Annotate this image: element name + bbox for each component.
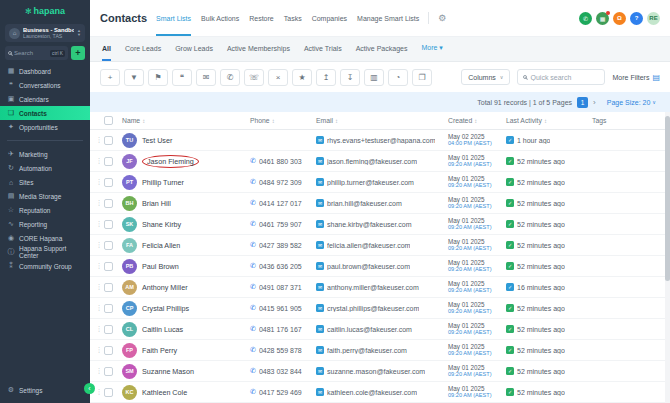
sidebar-item-reputation[interactable]: ☆Reputation [0, 203, 90, 217]
row-menu-icon[interactable]: ⋮ [94, 136, 104, 144]
row-checkbox[interactable] [104, 262, 113, 271]
contact-email[interactable]: ✉faith.perry@fakeuser.com [316, 346, 448, 354]
table-row[interactable]: ⋮BHBrian Hill✆0414 127 017✉brian.hill@fa… [90, 193, 670, 214]
subtab-active-trials[interactable]: Active Trials [304, 37, 342, 61]
business-apps-icon[interactable]: ▦ [596, 12, 609, 25]
row-checkbox[interactable] [104, 136, 113, 145]
subtab-all[interactable]: All [102, 37, 111, 61]
contact-name[interactable]: Brian Hill [142, 199, 171, 208]
contact-name[interactable]: Phillip Turner [142, 178, 184, 187]
contact-email[interactable]: ✉rhys.evans+testuser@hapana.com [316, 136, 448, 144]
subtab-grow-leads[interactable]: Grow Leads [175, 37, 213, 61]
contact-phone[interactable]: ✆0461 759 907 [250, 220, 316, 228]
row-checkbox[interactable] [104, 367, 113, 376]
contact-name[interactable]: Shane Kirby [142, 220, 181, 229]
add-button[interactable]: + [100, 69, 120, 86]
sort-icon[interactable]: ↕ [335, 118, 338, 124]
contact-email[interactable]: ✉felicia.allen@fakeuser.com [316, 241, 448, 249]
tab-restore[interactable]: Restore [249, 0, 274, 36]
sidebar-item-support-center[interactable]: ⓘHapana Support Center [0, 245, 90, 259]
contact-phone[interactable]: ✆0417 529 469 [250, 388, 316, 396]
sidebar-item-automation[interactable]: ↻Automation [0, 161, 90, 175]
tab-smart-lists[interactable]: Smart Lists [156, 0, 191, 36]
contact-phone[interactable]: ✆0481 176 167 [250, 325, 316, 333]
contact-email[interactable]: ✉suzanne.mason@fakeuser.com [316, 367, 448, 375]
row-checkbox[interactable] [104, 178, 113, 187]
row-menu-icon[interactable]: ⋮ [94, 262, 104, 270]
search-input[interactable] [14, 50, 48, 56]
sidebar-item-conversations[interactable]: ❝Conversations [0, 78, 90, 92]
call-icon[interactable]: ✆ [579, 12, 592, 25]
contact-name[interactable]: Kathleen Cole [142, 388, 187, 397]
contact-name[interactable]: Suzanne Mason [142, 367, 194, 376]
sidebar-item-core-hapana[interactable]: ◉CORE Hapana [0, 231, 90, 245]
contact-phone[interactable]: ✆0461 880 303 [250, 157, 316, 165]
table-row[interactable]: ⋮KCKathleen Cole✆0417 529 469✉kathleen.c… [90, 382, 670, 403]
download-button[interactable]: ↧ [340, 69, 360, 86]
business-selector[interactable]: ⌂ Business - Sandbox Launceston, TAS ▲ ▼ [5, 24, 85, 42]
contact-phone[interactable]: ✆0483 032 844 [250, 367, 316, 375]
column-header-last-activity[interactable]: Last Activity↕ [506, 117, 592, 124]
row-menu-icon[interactable]: ⋮ [94, 388, 104, 396]
row-menu-icon[interactable]: ⋮ [94, 346, 104, 354]
column-header-email[interactable]: Email↕ [316, 117, 448, 124]
page-number-active[interactable]: 1 [577, 97, 588, 108]
contact-name[interactable]: Anthony Miller [142, 283, 188, 292]
row-checkbox[interactable] [104, 157, 113, 166]
contact-email[interactable]: ✉crystal.phillips@fakeuser.com [316, 304, 448, 312]
contact-email[interactable]: ✉brian.hill@fakeuser.com [316, 199, 448, 207]
sidebar-item-opportunities[interactable]: ✦Opportunities [0, 120, 90, 134]
delete-button[interactable]: × [268, 69, 288, 86]
filter-button[interactable]: ▼ [124, 69, 144, 86]
contact-phone[interactable]: ✆0436 636 205 [250, 262, 316, 270]
contact-name[interactable]: Caitlin Lucas [142, 325, 183, 334]
subtab-core-leads[interactable]: Core Leads [125, 37, 161, 61]
table-row[interactable]: ⋮CLCaitlin Lucas✆0481 176 167✉caitlin.lu… [90, 319, 670, 340]
sort-icon[interactable]: ↕ [474, 118, 477, 124]
table-row[interactable]: ⋮PBPaul Brown✆0436 636 205✉paul.brown@fa… [90, 256, 670, 277]
row-checkbox[interactable] [104, 388, 113, 397]
row-menu-icon[interactable]: ⋮ [94, 367, 104, 375]
table-row[interactable]: ⋮SMSuzanne Mason✆0483 032 844✉suzanne.ma… [90, 361, 670, 382]
notifications-icon[interactable]: Ω [613, 12, 626, 25]
row-menu-icon[interactable]: ⋮ [94, 241, 104, 249]
contact-name[interactable]: Paul Brown [142, 262, 179, 271]
row-menu-icon[interactable]: ⋮ [94, 304, 104, 312]
subtab-active-packages[interactable]: Active Packages [356, 37, 408, 61]
email-button[interactable]: ✉ [196, 69, 216, 86]
row-checkbox[interactable] [104, 220, 113, 229]
whatsapp-button[interactable]: ◔ [388, 69, 408, 86]
columns-dropdown[interactable]: Columns ∨ [461, 69, 510, 85]
help-icon[interactable]: ? [630, 12, 643, 25]
tab-bulk-actions[interactable]: Bulk Actions [201, 0, 239, 36]
row-checkbox[interactable] [104, 199, 113, 208]
contact-name[interactable]: Test User [142, 136, 172, 145]
sidebar-item-settings[interactable]: ⚙ Settings [0, 383, 90, 397]
contact-phone[interactable]: ✆0427 389 582 [250, 241, 316, 249]
contact-email[interactable]: ✉kathleen.cole@fakeuser.com [316, 388, 448, 396]
page-size-selector[interactable]: Page Size: 20 ∨ [607, 99, 656, 106]
message-button[interactable]: ❝ [172, 69, 192, 86]
table-row[interactable]: ⋮FPFaith Perry✆0428 559 878✉faith.perry@… [90, 340, 670, 361]
table-row[interactable]: ⋮SKShane Kirby✆0461 759 907✉shane.kirby@… [90, 214, 670, 235]
column-header-created[interactable]: Created↕ [448, 117, 506, 124]
sort-icon[interactable]: ↕ [142, 118, 145, 124]
quick-add-button[interactable]: + [71, 46, 85, 60]
row-checkbox[interactable] [104, 241, 113, 250]
contact-email[interactable]: ✉shane.kirby@fakeuser.com [316, 220, 448, 228]
contact-email[interactable]: ✉anthony.miller@fakeuser.com [316, 283, 448, 291]
copy-button[interactable]: ❐ [412, 69, 432, 86]
subtab-active-memberships[interactable]: Active Memberships [227, 37, 290, 61]
sort-icon[interactable]: ↕ [272, 118, 275, 124]
quick-search-box[interactable] [517, 69, 605, 85]
sidebar-item-sites[interactable]: ⌂Sites [0, 175, 90, 189]
sidebar-item-marketing[interactable]: ✈Marketing [0, 147, 90, 161]
contact-phone[interactable]: ✆0484 972 309 [250, 178, 316, 186]
contact-email[interactable]: ✉jason.fleming@fakeuser.com [316, 157, 448, 165]
contact-email[interactable]: ✉phillip.turner@fakeuser.com [316, 178, 448, 186]
contact-email[interactable]: ✉paul.brown@fakeuser.com [316, 262, 448, 270]
column-header-tags[interactable]: Tags [592, 117, 670, 124]
contact-phone[interactable]: ✆0415 961 905 [250, 304, 316, 312]
next-page-button[interactable]: › [593, 98, 596, 107]
sidebar-item-calendars[interactable]: ▣Calendars [0, 92, 90, 106]
